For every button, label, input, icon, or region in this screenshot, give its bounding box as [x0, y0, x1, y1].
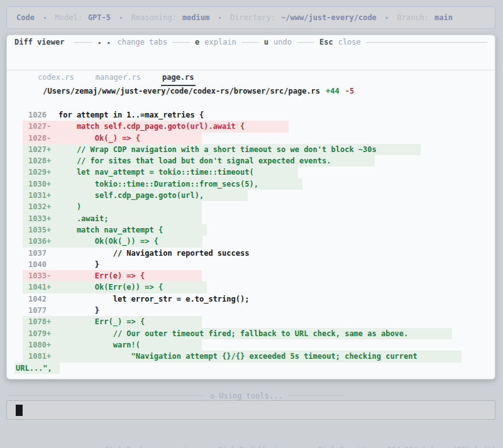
- diff-line: 1040 }: [7, 259, 495, 270]
- diff-line: 1041+ Ok(Err(e)) => {: [7, 281, 495, 293]
- status-label: Using tools...: [219, 391, 282, 400]
- status-rule-right: [288, 395, 346, 396]
- border-dash: [172, 42, 190, 43]
- session-label-3: Branch:: [397, 13, 429, 22]
- footer-item-3: 104,334 tokens (85% left): [387, 445, 496, 448]
- diff-line: 1027+ // Wrap CDP navigation with a shor…: [7, 144, 495, 155]
- diff-line: 1078+ Err(_) => {: [7, 316, 495, 327]
- line-code: // Wrap CDP navigation with a short time…: [58, 145, 377, 154]
- line-number: 1035+: [23, 224, 58, 236]
- diff-line-highlight: 1030+ tokio::time::Duration::from_secs(5…: [23, 178, 302, 190]
- diff-line-highlight: 1036+ Ok(Ok(_)) => {: [23, 236, 202, 247]
- session-value-3: main: [434, 13, 453, 22]
- diamond-icon: ◇: [210, 391, 214, 400]
- diff-line: 1026for attempt in 1..=max_retries {: [7, 109, 495, 121]
- diff-line-highlight: 1080+ warn!(: [23, 339, 202, 351]
- session-label-1: Reasoning:: [131, 13, 177, 22]
- diff-viewer-panel: Diff viewer ◂ ▸change tabseexplainuundoE…: [6, 35, 495, 380]
- tab-codex.rs[interactable]: codex.rs: [36, 73, 75, 85]
- border-dash: [297, 42, 314, 43]
- diff-line: 1079+ // Our outer timeout fired; fallba…: [7, 328, 495, 339]
- diff-line: 1028- Ok(_) => {: [7, 133, 495, 144]
- line-code: Ok(_) => {: [58, 134, 140, 143]
- line-number: 1040: [23, 259, 58, 270]
- session-info-bar: Code •Model:GPT-5•Reasoning:medium•Direc…: [6, 6, 495, 29]
- diff-line: 1033+ .await;: [7, 213, 495, 224]
- line-code: warn!(: [58, 341, 140, 349]
- diff-line-highlight: 1027- match self.cdp_page.goto(url).awai…: [23, 121, 289, 132]
- tab-manager.rs[interactable]: manager.rs: [94, 73, 142, 85]
- app-name: Code: [16, 13, 35, 22]
- line-number: 1033-: [23, 270, 58, 281]
- status-row: ◇Using tools...: [6, 390, 497, 401]
- session-value-0: GPT-5: [88, 13, 111, 22]
- diff-line-highlight: 1028+ // for sites that load but don't s…: [23, 155, 375, 167]
- diff-line-highlight: 1037 // Navigation reported success: [23, 248, 249, 259]
- line-number: 1037: [23, 248, 58, 259]
- arrow-keys-icon: ◂ ▸: [97, 39, 112, 46]
- diff-line-highlight: 1042 let error_str = e.to_string();: [23, 293, 249, 305]
- diff-line-highlight: 1077 }: [23, 305, 99, 316]
- diff-line: 1042 let error_str = e.to_string();: [7, 293, 495, 305]
- diff-viewer-header: Diff viewer ◂ ▸change tabseexplainuundoE…: [7, 36, 495, 48]
- line-code: let error_str = e.to_string();: [58, 295, 249, 303]
- diff-line-highlight: 1033+ .await;: [23, 213, 202, 224]
- line-code: .await;: [58, 214, 108, 223]
- separator-dot: •: [119, 14, 123, 22]
- line-number: 1080+: [23, 339, 58, 351]
- line-number: 1027-: [23, 121, 58, 132]
- line-number: 1028+: [23, 155, 58, 167]
- separator-dot: •: [218, 14, 222, 22]
- diff-line-highlight: URL...",: [14, 363, 60, 374]
- line-number: 1026: [23, 109, 58, 121]
- hint-label-close: close: [338, 38, 361, 46]
- line-number: 1042: [23, 293, 58, 305]
- diff-line: 1081+ "Navigation attempt {}/{} exceeded…: [7, 351, 495, 362]
- line-code: // for sites that load but don't signal …: [58, 156, 331, 165]
- border-dash: [74, 42, 92, 43]
- diff-line: 1029+ let nav_attempt = tokio::time::tim…: [7, 167, 495, 178]
- deletions-count: -5: [345, 87, 354, 96]
- line-code: self.cdp_page.goto(url),: [58, 191, 204, 200]
- line-number: 1029+: [23, 167, 58, 178]
- diff-body[interactable]: 1026for attempt in 1..=max_retries {1027…: [7, 109, 495, 374]
- line-number: 1033+: [23, 213, 58, 224]
- line-number: 1077: [23, 305, 58, 316]
- hint-key-undo: u: [264, 38, 268, 46]
- diff-line-highlight: 1032+ ): [23, 201, 202, 212]
- diff-line: 1030+ tokio::time::Duration::from_secs(5…: [7, 178, 495, 190]
- diff-line: 1033- Err(e) => {: [7, 270, 495, 281]
- line-number: 1081+: [23, 351, 58, 362]
- session-label-2: Directory:: [230, 13, 275, 22]
- diff-line-highlight: 1026for attempt in 1..=max_retries {: [23, 109, 204, 121]
- diff-line: 1027- match self.cdp_page.goto(url).awai…: [7, 121, 495, 132]
- line-code: match self.cdp_page.goto(url).await {: [58, 122, 245, 131]
- composer-input[interactable]: [6, 400, 495, 420]
- file-path: /Users/zemaj/www/just-every/code/codex-r…: [43, 87, 320, 96]
- diff-line-highlight: 1035+ match nav_attempt {: [23, 224, 207, 236]
- diff-line: 1077 }: [7, 305, 495, 316]
- line-code: ): [58, 202, 81, 211]
- line-code: URL...",: [16, 364, 52, 373]
- diff-line-highlight: 1027+ // Wrap CDP navigation with a shor…: [23, 144, 421, 155]
- file-tabs: codex.rsmanager.rspage.rs: [7, 52, 495, 70]
- additions-count: +44: [326, 87, 340, 96]
- hint-label-change-tabs: change tabs: [118, 38, 167, 46]
- diff-line: 1028+ // for sites that load but don't s…: [7, 155, 495, 167]
- diff-line: 1037 // Navigation reported success: [7, 248, 495, 259]
- line-code: for attempt in 1..=max_retries {: [58, 111, 204, 119]
- footer-item-1: Ctrl+D diff viewer: [218, 445, 296, 448]
- status-text: ◇Using tools...: [210, 391, 282, 400]
- diff-line-highlight: 1041+ Ok(Err(e)) => {: [23, 281, 207, 293]
- tab-page.rs[interactable]: page.rs: [161, 73, 196, 86]
- line-number: 1027+: [23, 144, 58, 155]
- line-code: "Navigation attempt {}/{} exceeded 5s ti…: [58, 352, 417, 361]
- diff-line: 1032+ ): [7, 201, 495, 212]
- line-number: 1030+: [23, 178, 58, 190]
- hint-key-explain: e: [195, 38, 199, 46]
- line-code: Err(_) => {: [58, 317, 145, 326]
- separator-dot: •: [43, 14, 47, 22]
- footer-item-0: Ctrl+R show reasoning: [105, 445, 196, 448]
- session-label-0: Model:: [55, 13, 82, 22]
- diff-line: 1036+ Ok(Ok(_)) => {: [7, 236, 495, 247]
